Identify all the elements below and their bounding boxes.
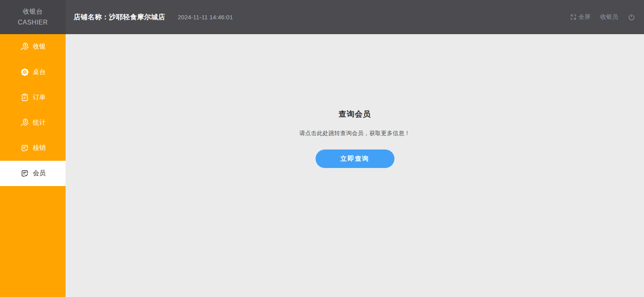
store-name-label: 店铺名称：沙耶轻食摩尔城店 — [74, 12, 165, 22]
member-query-panel: 查询会员 请点击此处跳转查询会员，获取更多信息！ 立即查询 — [66, 34, 644, 297]
app-logo: 收银台 CASHIER — [0, 0, 66, 34]
fullscreen-icon — [570, 14, 576, 20]
sidebar-menu: ¥ 收银 — [0, 34, 66, 186]
page-title: 查询会员 — [66, 109, 644, 119]
page-subtitle: 请点击此处跳转查询会员，获取更多信息！ — [66, 130, 644, 137]
sidebar-item-members[interactable]: 会员 — [0, 161, 66, 186]
power-icon — [628, 14, 635, 21]
sidebar-item-orders[interactable]: 订单 — [0, 85, 66, 110]
doc-check-icon — [20, 169, 29, 178]
fullscreen-button[interactable]: 全屏 — [570, 13, 590, 21]
top-header: 店铺名称：沙耶轻食摩尔城店 2024-11-11 14:46:01 全屏 — [66, 0, 644, 34]
sidebar-item-tables[interactable]: 桌台 — [0, 59, 66, 85]
cashier-user-label[interactable]: 收银员 — [600, 13, 618, 21]
doc-check-icon — [20, 143, 29, 153]
power-button[interactable] — [628, 14, 635, 21]
main-column: 店铺名称：沙耶轻食摩尔城店 2024-11-11 14:46:01 全屏 — [66, 0, 644, 297]
query-now-button[interactable]: 立即查询 — [316, 150, 394, 168]
sidebar-item-label: 核销 — [33, 144, 46, 152]
sidebar-item-label: 桌台 — [33, 68, 46, 76]
sidebar: 收银台 CASHIER ¥ 收银 — [0, 0, 66, 297]
svg-text:¥: ¥ — [24, 119, 26, 123]
svg-text:¥: ¥ — [24, 43, 26, 47]
table-icon — [20, 68, 29, 77]
logo-subtitle: CASHIER — [18, 17, 48, 28]
datetime-label: 2024-11-11 14:46:01 — [178, 14, 233, 20]
sidebar-item-label: 收银 — [33, 43, 46, 51]
clipboard-icon — [20, 93, 29, 102]
sidebar-item-statistics[interactable]: ¥ 统计 — [0, 110, 66, 135]
cashier-app: 收银台 CASHIER ¥ 收银 — [0, 0, 644, 297]
sidebar-item-cashier[interactable]: ¥ 收银 — [0, 34, 66, 59]
sidebar-item-label: 订单 — [33, 93, 46, 102]
header-actions: 全屏 收银员 — [570, 13, 635, 21]
sidebar-item-verification[interactable]: 核销 — [0, 135, 66, 161]
cash-hand-icon: ¥ — [20, 42, 29, 51]
cash-hand-icon: ¥ — [20, 118, 29, 127]
sidebar-item-label: 会员 — [33, 169, 46, 178]
fullscreen-label: 全屏 — [578, 13, 590, 21]
sidebar-item-label: 统计 — [33, 119, 46, 127]
logo-title: 收银台 — [23, 6, 43, 17]
